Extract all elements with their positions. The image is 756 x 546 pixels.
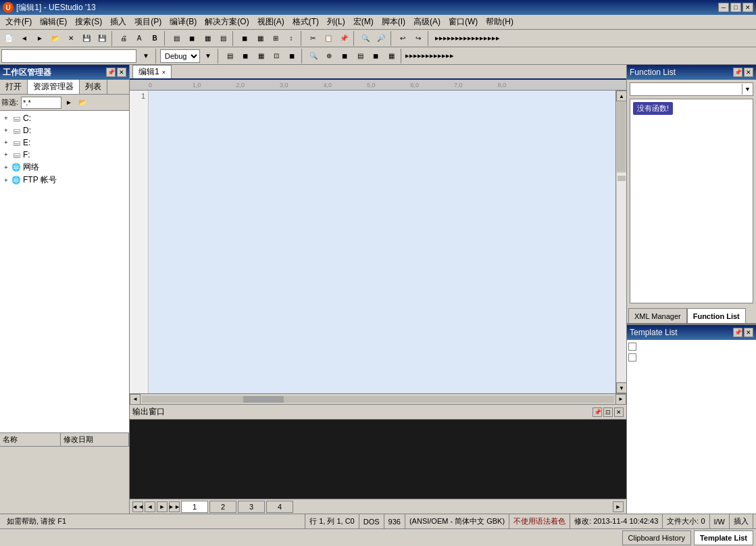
toolbar-btn-7[interactable]: ⊞ xyxy=(268,31,283,46)
tree-item-d[interactable]: + 🖴 D: xyxy=(1,124,128,136)
tree-item-network[interactable]: + 🌐 网络 xyxy=(1,161,128,174)
toolbar-btn-1[interactable]: ▤ xyxy=(169,31,184,46)
status-syntax[interactable]: 不使用语法着色 xyxy=(509,514,570,528)
menu-format[interactable]: 格式(T) xyxy=(288,15,323,29)
output-float-button[interactable]: ⊡ xyxy=(603,407,613,417)
tb2-2[interactable]: ◼ xyxy=(238,49,253,64)
filter-apply-button[interactable]: ► xyxy=(63,97,75,109)
hscroll-left-button[interactable]: ◄ xyxy=(130,394,141,405)
page-tab-3[interactable]: 3 xyxy=(238,501,265,513)
forward-button[interactable]: ► xyxy=(32,31,47,46)
find2-button[interactable]: 🔎 xyxy=(374,31,388,46)
workspace-close-button[interactable]: ✕ xyxy=(117,68,126,77)
workspace-pin-button[interactable]: 📌 xyxy=(106,68,116,77)
maximize-button[interactable]: □ xyxy=(730,3,741,12)
tab-open[interactable]: 打开 xyxy=(0,80,28,94)
menu-window[interactable]: 窗口(W) xyxy=(445,15,482,29)
tree-item-c[interactable]: + 🖴 C: xyxy=(1,112,128,124)
tb2-10[interactable]: ◼ xyxy=(368,49,383,64)
tb2-11[interactable]: ▦ xyxy=(384,49,399,64)
tree-expand-f[interactable]: + xyxy=(1,150,11,159)
menu-compile[interactable]: 编译(B) xyxy=(166,15,201,29)
toolbar-btn-4[interactable]: ▤ xyxy=(216,31,230,46)
close-file-button[interactable]: ✕ xyxy=(64,31,78,46)
close-button[interactable]: ✕ xyxy=(742,3,753,12)
redo-button[interactable]: ↪ xyxy=(411,31,426,46)
template-item-2[interactable] xyxy=(628,352,755,363)
menu-advanced[interactable]: 高级(A) xyxy=(409,15,445,29)
template-item-1[interactable] xyxy=(628,341,755,352)
tab-list[interactable]: 列表 xyxy=(80,80,107,94)
tree-expand-ftp[interactable]: + xyxy=(1,176,11,185)
scroll-down-button[interactable]: ▼ xyxy=(616,382,626,393)
toolbar-btn-3[interactable]: ▦ xyxy=(200,31,215,46)
page-last-button[interactable]: ►► xyxy=(169,501,180,512)
save-button[interactable]: 💾 xyxy=(79,31,94,46)
cut-button[interactable]: ✂ xyxy=(305,31,320,46)
editor-scrollbar-v[interactable]: ▲ ▼ xyxy=(615,91,626,393)
page-first-button[interactable]: ◄◄ xyxy=(132,501,143,512)
toolbar-btn-8[interactable]: ↕ xyxy=(284,31,299,46)
filter-input[interactable] xyxy=(21,97,61,109)
editor-tab-1[interactable]: 编辑1 × xyxy=(132,65,172,78)
menu-column[interactable]: 列(L) xyxy=(323,15,349,29)
menu-file[interactable]: 文件(F) xyxy=(1,15,36,29)
page-tab-2[interactable]: 2 xyxy=(209,501,236,513)
save-all-button[interactable]: 💾 xyxy=(95,31,109,46)
menu-project[interactable]: 项目(P) xyxy=(130,15,166,29)
open-button[interactable]: 📂 xyxy=(48,31,63,46)
hscroll-thumb[interactable] xyxy=(243,396,284,403)
tree-expand-e[interactable]: + xyxy=(1,138,11,147)
tb2-6[interactable]: 🔍 xyxy=(306,49,321,64)
filter-browse-button[interactable]: 📂 xyxy=(76,97,89,109)
bold-button[interactable]: B xyxy=(147,31,162,46)
template-checkbox-1[interactable] xyxy=(628,343,636,351)
function-list-close-button[interactable]: ✕ xyxy=(744,68,753,77)
page-next-button[interactable]: ► xyxy=(157,501,168,512)
minimize-button[interactable]: ─ xyxy=(718,3,729,12)
font-button[interactable]: A xyxy=(132,31,147,46)
menu-insert[interactable]: 插入 xyxy=(106,15,130,29)
tb2-5[interactable]: ◼ xyxy=(284,49,299,64)
hscroll-right-button[interactable]: ► xyxy=(615,394,626,405)
menu-script[interactable]: 脚本(I) xyxy=(378,15,409,29)
function-search-input[interactable] xyxy=(630,85,742,93)
tree-expand-network[interactable]: + xyxy=(1,163,11,172)
debug-dropdown[interactable]: ▼ xyxy=(201,49,216,64)
function-list-pin-button[interactable]: 📌 xyxy=(733,68,742,77)
template-list-pin-button[interactable]: 📌 xyxy=(733,328,742,337)
editor-content[interactable] xyxy=(149,91,615,393)
toolbar-btn-6[interactable]: ▦ xyxy=(253,31,268,46)
tb2-3[interactable]: ▦ xyxy=(253,49,268,64)
function-search-dropdown[interactable]: ▼ xyxy=(742,84,753,95)
print-button[interactable]: 🖨 xyxy=(116,31,131,46)
tree-item-ftp[interactable]: + 🌐 FTP 帐号 xyxy=(1,174,128,187)
tree-expand-d[interactable]: + xyxy=(1,126,11,135)
menu-solution[interactable]: 解决方案(O) xyxy=(201,15,253,29)
tb2-8[interactable]: ◼ xyxy=(337,49,352,64)
undo-button[interactable]: ↩ xyxy=(395,31,410,46)
page-tab-4[interactable]: 4 xyxy=(266,501,293,513)
output-close-button[interactable]: ✕ xyxy=(614,407,624,417)
debug-select[interactable]: Debug xyxy=(160,49,200,63)
path-dropdown[interactable]: ▼ xyxy=(138,49,153,64)
tb2-4[interactable]: ⊡ xyxy=(269,49,284,64)
page-scroll-right-button[interactable]: ► xyxy=(613,501,624,512)
tb2-1[interactable]: ▤ xyxy=(222,49,237,64)
page-prev-button[interactable]: ◄ xyxy=(145,501,155,512)
scroll-thumb-v[interactable] xyxy=(617,102,626,172)
output-pin-button[interactable]: 📌 xyxy=(593,407,602,417)
tb2-7[interactable]: ⊕ xyxy=(322,49,336,64)
menu-view[interactable]: 视图(A) xyxy=(253,15,288,29)
back-button[interactable]: ◄ xyxy=(17,31,32,46)
tab-xml-manager[interactable]: XML Manager xyxy=(628,308,687,323)
editor-tab-1-close[interactable]: × xyxy=(162,69,166,76)
template-list-button[interactable]: Template List xyxy=(694,530,753,545)
function-search-area[interactable]: ▼ xyxy=(630,82,753,96)
path-input-area[interactable] xyxy=(1,49,136,63)
tb2-9[interactable]: ▤ xyxy=(353,49,368,64)
clipboard-history-button[interactable]: Clipboard History xyxy=(622,530,691,545)
paste-button[interactable]: 📌 xyxy=(336,31,351,46)
tab-function-list[interactable]: Function List xyxy=(687,308,746,323)
menu-search[interactable]: 搜索(S) xyxy=(71,15,106,29)
